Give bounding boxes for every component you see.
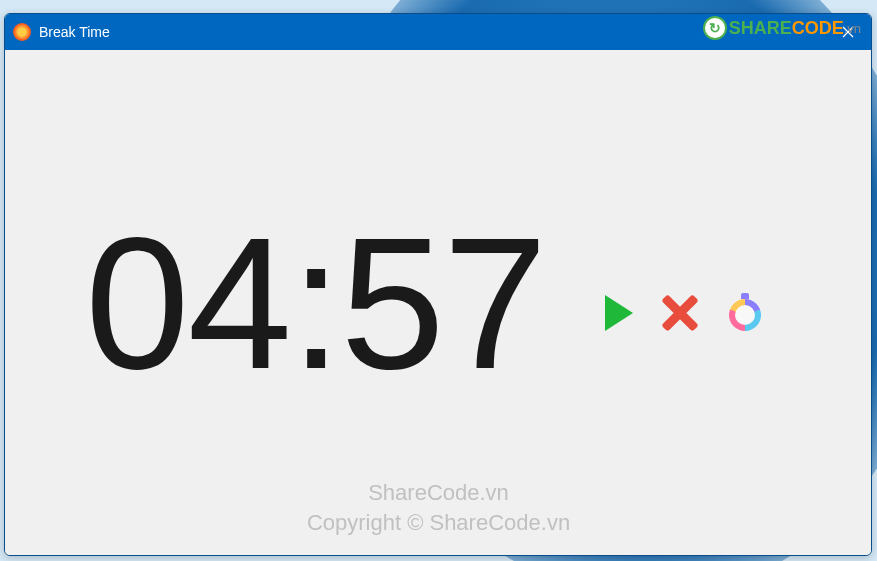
- cancel-icon: [661, 294, 699, 332]
- stopwatch-icon: [727, 295, 763, 331]
- watermark-brand-code: CODE: [792, 18, 844, 39]
- watermark-text-2: Copyright © ShareCode.vn: [307, 510, 570, 536]
- watermark-logo: ↻ SHARECODE.vn: [703, 16, 861, 40]
- cancel-button[interactable]: [661, 294, 699, 332]
- controls-group: [605, 294, 763, 332]
- window-title: Break Time: [39, 24, 110, 40]
- logo-circle-icon: ↻: [703, 16, 727, 40]
- watermark-brand-share: SHARE: [729, 18, 792, 39]
- timer-display: 04:57: [85, 209, 545, 397]
- app-icon: [13, 23, 31, 41]
- app-window: Break Time 04:57: [4, 13, 872, 556]
- watermark-text-1: ShareCode.vn: [368, 480, 509, 506]
- watermark-brand-suffix: .vn: [844, 21, 861, 36]
- stopwatch-button[interactable]: [727, 295, 763, 331]
- play-icon: [605, 295, 633, 331]
- play-button[interactable]: [605, 295, 633, 331]
